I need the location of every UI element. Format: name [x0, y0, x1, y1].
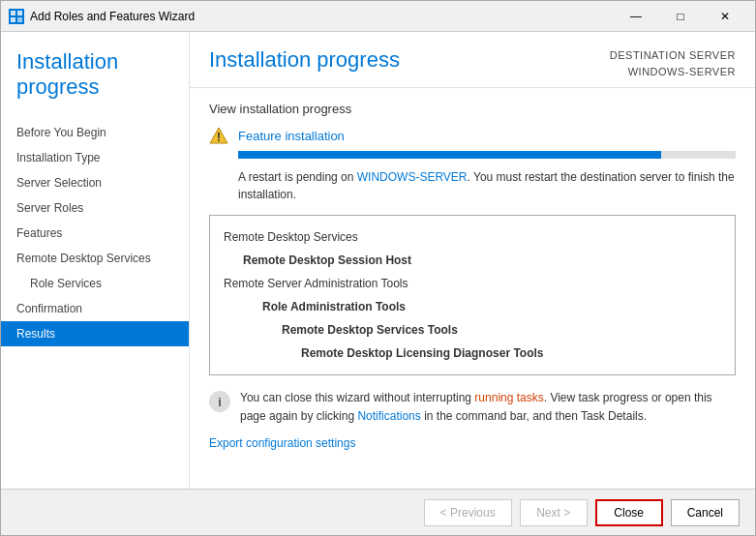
maximize-button[interactable]: □ — [658, 1, 703, 32]
progress-bar-inner — [238, 151, 661, 159]
features-box: Remote Desktop Services Remote Desktop S… — [209, 215, 736, 375]
sidebar-item-remote-desktop-services[interactable]: Remote Desktop Services — [1, 246, 189, 271]
sidebar-item-before-you-begin[interactable]: Before You Begin — [1, 120, 189, 145]
footer: < Previous Next > Close Cancel — [1, 489, 755, 535]
main-body: View installation progress ! Feature ins… — [190, 88, 755, 489]
sidebar-item-confirmation[interactable]: Confirmation — [1, 296, 189, 321]
destination-info: DESTINATION SERVER WINDOWS-SERVER — [610, 47, 736, 79]
progress-bar-outer — [238, 151, 736, 159]
sidebar-item-server-roles[interactable]: Server Roles — [1, 195, 189, 221]
warning-icon: ! — [209, 126, 228, 145]
info-box: i You can close this wizard without inte… — [209, 389, 736, 426]
app-icon — [9, 9, 24, 24]
feature-item-6: Remote Desktop Licensing Diagnoser Tools — [224, 342, 721, 365]
close-button[interactable]: Close — [595, 499, 663, 526]
sidebar-item-results[interactable]: Results — [1, 321, 189, 346]
server-name-highlight: WINDOWS-SERVER — [357, 170, 468, 184]
svg-rect-0 — [11, 11, 15, 15]
destination-server: WINDOWS-SERVER — [610, 64, 736, 80]
sidebar-item-installation-type[interactable]: Installation Type — [1, 145, 189, 170]
window-title: Add Roles and Features Wizard — [30, 10, 614, 23]
svg-rect-2 — [11, 17, 15, 22]
svg-rect-1 — [17, 11, 22, 15]
destination-label: DESTINATION SERVER — [610, 47, 736, 64]
sidebar-item-role-services[interactable]: Role Services — [1, 271, 189, 296]
restart-notice: A restart is pending on WINDOWS-SERVER. … — [238, 168, 736, 203]
main-header: Installation progress DESTINATION SERVER… — [190, 32, 755, 88]
next-button[interactable]: Next > — [520, 499, 588, 526]
svg-rect-3 — [17, 17, 22, 22]
feature-item-1: Remote Desktop Services — [224, 225, 721, 249]
feature-installation-row: ! Feature installation — [209, 126, 736, 145]
sidebar-item-server-selection[interactable]: Server Selection — [1, 170, 189, 195]
main-panel: Installation progress DESTINATION SERVER… — [190, 32, 755, 489]
wizard-window: Add Roles and Features Wizard — □ ✕ Inst… — [0, 0, 756, 536]
svg-text:!: ! — [217, 131, 221, 144]
sidebar-item-features[interactable]: Features — [1, 221, 189, 246]
export-configuration-link[interactable]: Export configuration settings — [209, 436, 355, 450]
info-icon: i — [209, 391, 230, 412]
cancel-button[interactable]: Cancel — [671, 499, 740, 526]
feature-item-3: Remote Server Administration Tools — [224, 272, 721, 295]
sidebar: Installation progress Before You Begin I… — [1, 32, 190, 489]
titlebar: Add Roles and Features Wizard — □ ✕ — [1, 1, 755, 32]
page-title: Installation progress — [209, 47, 400, 73]
feature-item-5: Remote Desktop Services Tools — [224, 318, 721, 342]
notifications-text: Notifications — [357, 409, 420, 423]
section-label: View installation progress — [209, 102, 736, 116]
feature-item-2: Remote Desktop Session Host — [224, 249, 721, 272]
feature-installation-link[interactable]: Feature installation — [238, 129, 345, 143]
previous-button[interactable]: < Previous — [424, 499, 512, 526]
close-window-button[interactable]: ✕ — [703, 1, 747, 32]
minimize-button[interactable]: — — [614, 1, 658, 32]
window-controls: — □ ✕ — [614, 1, 747, 32]
sidebar-title: Installation progress — [16, 49, 173, 101]
info-text: You can close this wizard without interr… — [240, 389, 736, 426]
wizard-content: Installation progress Before You Begin I… — [1, 32, 755, 489]
running-tasks-text: running tasks — [474, 391, 543, 404]
feature-item-4: Role Administration Tools — [224, 295, 721, 318]
sidebar-header: Installation progress — [1, 42, 189, 120]
